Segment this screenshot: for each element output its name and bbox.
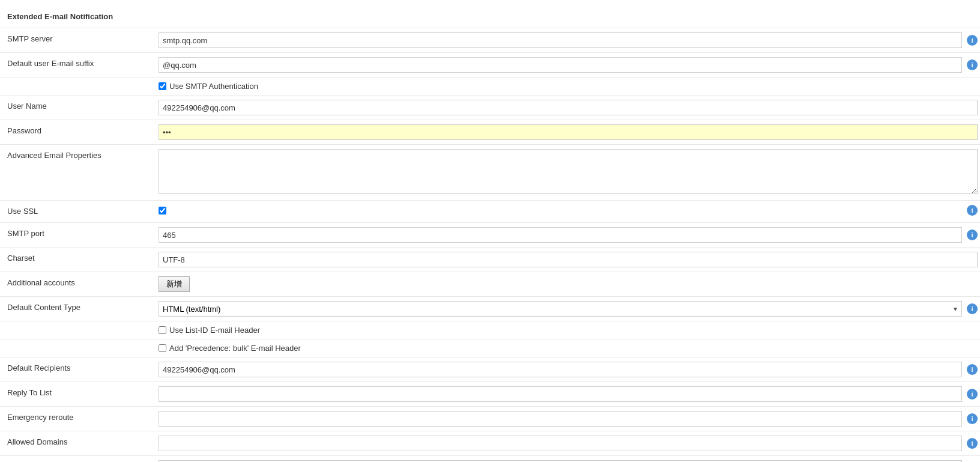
charset-input[interactable] <box>159 252 978 267</box>
use-ssl-row: Use SSL i <box>0 200 980 222</box>
excluded-recipients-row: Excluded Recipients i <box>0 455 980 462</box>
smtp-server-info-icon[interactable]: i <box>967 35 978 46</box>
emergency-reroute-label: Emergency reroute <box>7 413 74 422</box>
smtp-port-info-icon[interactable]: i <box>967 229 978 240</box>
use-ssl-info-icon[interactable]: i <box>967 205 978 216</box>
smtp-port-input[interactable] <box>159 227 962 243</box>
use-list-id-checkbox[interactable] <box>159 326 166 334</box>
user-name-row: User Name <box>0 95 980 120</box>
email-suffix-input[interactable] <box>159 57 962 73</box>
advanced-email-props-label: Advanced Email Properties <box>7 151 101 160</box>
user-name-label: User Name <box>7 102 47 111</box>
charset-label: Charset <box>7 254 35 263</box>
email-suffix-label: Default user E-mail suffix <box>7 59 94 68</box>
smtp-port-label: SMTP port <box>7 229 44 238</box>
email-suffix-info-icon[interactable]: i <box>967 59 978 70</box>
smtp-server-label: SMTP server <box>7 34 53 43</box>
default-recipients-input[interactable] <box>159 362 962 377</box>
additional-accounts-label: Additional accounts <box>7 278 75 287</box>
allowed-domains-input[interactable] <box>159 436 962 451</box>
default-content-type-select[interactable]: HTML (text/html) Plain Text (text/plain) <box>159 301 962 317</box>
reply-to-list-info-icon[interactable]: i <box>967 389 978 400</box>
add-precedence-row: Add 'Precedence: bulk' E-mail Header <box>0 339 980 357</box>
add-precedence-checkbox-label[interactable]: Add 'Precedence: bulk' E-mail Header <box>159 344 301 353</box>
smtp-server-row: SMTP server i <box>0 28 980 52</box>
add-precedence-checkbox[interactable] <box>159 344 166 352</box>
allowed-domains-info-icon[interactable]: i <box>967 438 978 449</box>
charset-row: Charset <box>0 247 980 272</box>
reply-to-list-input[interactable] <box>159 386 962 402</box>
email-suffix-row: Default user E-mail suffix i <box>0 52 980 77</box>
smtp-port-row: SMTP port i <box>0 222 980 247</box>
default-content-type-info-icon[interactable]: i <box>967 303 978 314</box>
default-recipients-label: Default Recipients <box>7 363 71 372</box>
allowed-domains-row: Allowed Domains i <box>0 431 980 455</box>
section-title: Extended E-mail Notification <box>7 12 113 21</box>
emergency-reroute-info-icon[interactable]: i <box>967 413 978 424</box>
reply-to-list-label: Reply To List <box>7 388 52 397</box>
default-recipients-info-icon[interactable]: i <box>967 364 978 375</box>
default-content-type-row: Default Content Type HTML (text/html) Pl… <box>0 296 980 321</box>
reply-to-list-row: Reply To List i <box>0 381 980 406</box>
smtp-auth-checkbox-label[interactable]: Use SMTP Authentication <box>159 82 258 91</box>
use-list-id-row: Use List-ID E-mail Header <box>0 321 980 339</box>
use-list-id-label-text: Use List-ID E-mail Header <box>169 326 260 335</box>
emergency-reroute-input[interactable] <box>159 411 962 427</box>
smtp-server-input[interactable] <box>159 32 962 48</box>
additional-accounts-row: Additional accounts 新增 <box>0 272 980 296</box>
add-account-button[interactable]: 新增 <box>159 276 190 292</box>
advanced-email-props-textarea[interactable] <box>159 149 978 194</box>
add-precedence-label-text: Add 'Precedence: bulk' E-mail Header <box>169 344 301 353</box>
default-content-type-label: Default Content Type <box>7 303 80 312</box>
password-label: Password <box>7 126 41 135</box>
advanced-email-props-row: Advanced Email Properties <box>0 144 980 200</box>
use-ssl-checkbox[interactable] <box>159 207 166 214</box>
smtp-auth-checkbox[interactable] <box>159 82 166 90</box>
use-ssl-label: Use SSL <box>7 207 38 216</box>
allowed-domains-label: Allowed Domains <box>7 437 67 446</box>
use-list-id-checkbox-label[interactable]: Use List-ID E-mail Header <box>159 326 260 335</box>
default-recipients-row: Default Recipients i <box>0 357 980 381</box>
password-input[interactable] <box>159 124 978 140</box>
user-name-input[interactable] <box>159 100 978 115</box>
emergency-reroute-row: Emergency reroute i <box>0 406 980 431</box>
smtp-auth-label-text: Use SMTP Authentication <box>169 82 258 91</box>
password-row: Password <box>0 120 980 144</box>
smtp-auth-row: Use SMTP Authentication <box>0 77 980 95</box>
